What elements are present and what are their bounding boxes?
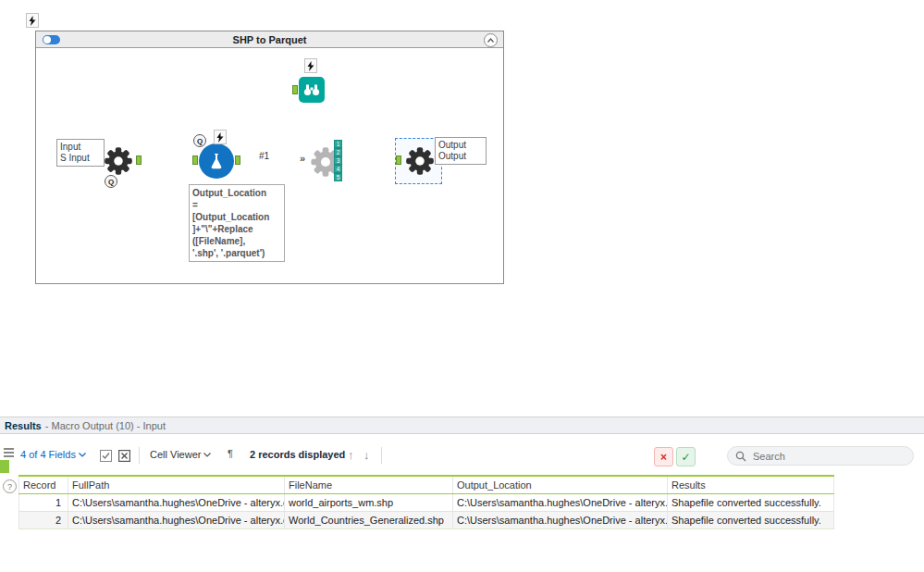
gear-icon — [102, 144, 135, 178]
column-header-filename[interactable]: FileName — [285, 477, 453, 493]
connection-label[interactable]: #1 — [259, 151, 269, 161]
column-header-results[interactable]: Results — [668, 477, 834, 493]
select-all-checkbox-icon[interactable] — [100, 450, 112, 462]
results-table: Record FullPath FileName Output_Location… — [18, 475, 834, 529]
annotation-line: Output_Location — [192, 187, 281, 199]
results-panel-header: Results - Macro Output (10) - Input — [0, 417, 924, 434]
macro-input-label: Input S Input — [56, 139, 105, 167]
container-title: SHP to Parquet — [36, 34, 503, 45]
interface-bolt-icon — [26, 13, 39, 28]
annotation-line: '.shp', '.parquet') — [192, 247, 281, 259]
container-header[interactable]: SHP to Parquet — [36, 31, 503, 48]
toolbar-divider — [381, 447, 382, 464]
column-header-fullpath[interactable]: FullPath — [68, 477, 285, 493]
output-anchor[interactable] — [136, 155, 142, 165]
macro-input-label-line2: S Input — [60, 153, 101, 164]
search-icon — [735, 451, 746, 462]
data-tab-indicator[interactable] — [0, 460, 9, 473]
fields-dropdown-label: 4 of 4 Fields — [20, 449, 76, 460]
question-anchor-badge: Q — [105, 175, 117, 188]
help-icon[interactable]: ? — [3, 479, 17, 493]
anchor-3[interactable]: 3 — [334, 156, 342, 165]
cell-viewer-label: Cell Viewer — [150, 449, 201, 460]
pilcrow-icon[interactable]: ¶ — [228, 448, 233, 459]
annotation-line: ]+"\"+Replace — [192, 223, 281, 235]
multi-input-chevrons: » — [300, 153, 305, 164]
macro-output-label: Output Output — [435, 137, 487, 165]
reject-button[interactable]: × — [654, 447, 673, 466]
tool-annotation[interactable]: Output_Location = [Output_Location ]+"\"… — [189, 184, 285, 262]
anchor-1[interactable]: 1 — [334, 140, 342, 148]
fields-dropdown[interactable]: 4 of 4 Fields — [20, 449, 86, 460]
chevron-down-icon — [79, 453, 86, 457]
anchor-4[interactable]: 4 — [334, 165, 342, 173]
cell-fullpath: C:\Users\samantha.hughes\OneDrive - alte… — [68, 494, 285, 511]
column-header-output-location[interactable]: Output_Location — [453, 477, 668, 493]
output-anchor[interactable] — [235, 155, 240, 165]
accept-button[interactable]: ✓ — [676, 447, 696, 466]
question-anchor-badge: Q — [193, 134, 206, 147]
binoculars-icon — [303, 83, 320, 96]
interface-bolt-icon — [304, 58, 317, 73]
toolbar-divider — [139, 447, 140, 464]
lightning-icon — [216, 132, 224, 143]
cell-filename: World_Countries_Generalized.shp — [285, 512, 453, 528]
table-row[interactable]: 1 C:\Users\samantha.hughes\OneDrive - al… — [18, 494, 834, 512]
search-box[interactable] — [727, 446, 914, 466]
macro-output-label-line2: Output — [438, 151, 483, 162]
cell-viewer-dropdown[interactable]: Cell Viewer — [150, 449, 211, 460]
annotation-line: = — [192, 199, 281, 211]
arrow-down-icon[interactable]: ↓ — [363, 448, 370, 462]
cell-fullpath: C:\Users\samantha.hughes\OneDrive - alte… — [68, 512, 285, 528]
collapse-button[interactable] — [484, 33, 498, 47]
macro-output-tool[interactable] — [403, 144, 437, 181]
cell-results: Shapefile converted successfully. — [668, 494, 834, 511]
menu-icon[interactable] — [4, 446, 14, 459]
records-displayed-label: 2 records displayed — [250, 449, 345, 460]
cell-output-location: C:\Users\samantha.hughes\OneDrive - alte… — [453, 512, 668, 528]
lightning-icon — [307, 61, 314, 71]
annotation-line: ([FileName], — [192, 235, 281, 247]
macro-input-label-line1: Input — [60, 142, 101, 153]
chevron-up-icon — [487, 38, 494, 43]
gear-icon — [403, 144, 437, 178]
numbered-output-anchors[interactable]: 1 2 3 4 5 — [334, 140, 342, 181]
table-header-row: Record FullPath FileName Output_Location… — [18, 475, 834, 494]
anchor-5[interactable]: 5 — [334, 173, 342, 181]
anchor-2[interactable]: 2 — [334, 148, 342, 156]
input-anchor[interactable] — [192, 155, 198, 165]
chevron-down-icon — [203, 453, 211, 457]
interface-bolt-icon — [214, 130, 227, 144]
lightning-icon — [29, 16, 36, 26]
annotation-line: [Output_Location — [192, 211, 281, 223]
formula-tool[interactable] — [199, 143, 234, 179]
arrow-up-icon[interactable]: ↑ — [348, 448, 354, 462]
alteryx-workflow-canvas: SHP to Parquet Input S Input Q — [0, 0, 924, 572]
browse-tool[interactable] — [299, 77, 325, 103]
cell-record: 1 — [18, 494, 68, 511]
cell-output-location: C:\Users\samantha.hughes\OneDrive - alte… — [453, 494, 668, 511]
results-title: Results — [5, 420, 42, 431]
input-anchor[interactable] — [292, 85, 298, 94]
cell-record: 2 — [18, 512, 68, 528]
cell-filename: world_airports_wm.shp — [285, 494, 453, 511]
macro-output-label-line1: Output — [438, 140, 483, 151]
flask-icon — [207, 152, 226, 170]
deselect-all-checkbox-icon[interactable] — [118, 450, 130, 462]
search-input[interactable] — [751, 450, 893, 463]
cell-results: Shapefile converted successfully. — [668, 512, 834, 528]
input-anchor[interactable] — [396, 155, 401, 165]
results-subtitle: - Macro Output (10) - Input — [45, 420, 166, 431]
table-row[interactable]: 2 C:\Users\samantha.hughes\OneDrive - al… — [18, 512, 834, 529]
column-header-record[interactable]: Record — [18, 477, 68, 493]
